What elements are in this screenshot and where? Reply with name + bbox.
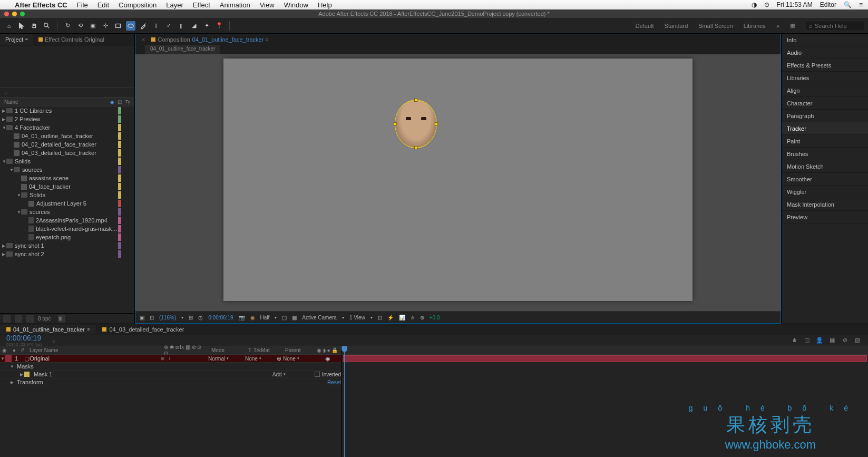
twirl-icon[interactable]: ▼ [2, 159, 6, 164]
timeline-icon[interactable]: 📊 [399, 315, 405, 320]
workspace-libraries[interactable]: Libraries [744, 23, 766, 29]
rectangle-tool[interactable] [113, 21, 123, 31]
mask-handle-bottom[interactable] [414, 146, 417, 149]
layer-name[interactable]: Original [30, 355, 50, 362]
motion-blur-icon[interactable]: ⊘ [841, 336, 849, 345]
tag-column-icon[interactable]: ◆ [110, 99, 114, 105]
masks-group-row[interactable]: ▼ Masks [0, 363, 341, 371]
color-tag[interactable] [118, 234, 121, 241]
composition-canvas[interactable] [223, 59, 693, 301]
type-tool[interactable]: T [151, 21, 161, 31]
magnification-icon[interactable]: ⊡ [150, 315, 154, 320]
color-tag[interactable] [118, 115, 121, 123]
mask-twirl-icon[interactable]: ▶ [19, 372, 24, 377]
project-item[interactable]: ▶2 Preview [0, 115, 134, 123]
panel-paint[interactable]: Paint [782, 135, 868, 148]
panel-motion-sketch[interactable]: Motion Sketch [782, 160, 868, 173]
project-item[interactable]: 04_face_tracker [0, 182, 134, 191]
color-tag[interactable] [118, 191, 121, 199]
resolution-dropdown[interactable]: Half [260, 315, 270, 320]
current-timecode[interactable]: 0:00:06:19 [6, 334, 42, 342]
camera-tool[interactable]: ▣ [88, 21, 97, 31]
ellipse-tool[interactable] [126, 21, 135, 31]
project-item[interactable]: ▼Solids [0, 191, 134, 199]
brush-tool[interactable]: ✓ [164, 21, 173, 31]
menu-composition[interactable]: Composition [119, 1, 157, 9]
eraser-tool[interactable]: ◢ [189, 21, 199, 31]
workspace-standard[interactable]: Standard [665, 23, 688, 29]
zoom-tool[interactable] [42, 21, 52, 31]
mask-shape[interactable] [395, 100, 437, 148]
editor-menu[interactable]: Editor [820, 1, 836, 8]
color-tag[interactable] [118, 124, 121, 131]
panel-wiggler[interactable]: Wiggler [782, 186, 868, 198]
puppet-tool[interactable]: 📍 [214, 21, 224, 31]
project-item[interactable]: Adjustment Layer 5 [0, 199, 134, 208]
maximize-window-button[interactable] [20, 12, 25, 16]
twirl-icon[interactable]: ▶ [2, 244, 6, 248]
panel-effects-presets[interactable]: Effects & Presets [782, 59, 868, 72]
graph-editor-button[interactable]: ▧ [853, 336, 862, 345]
toggle-viewer-lock-icon[interactable]: × [142, 36, 145, 43]
help-search-input[interactable] [815, 23, 857, 29]
color-tag[interactable] [118, 149, 121, 157]
project-item[interactable]: ▼sources [0, 166, 134, 174]
color-tag[interactable] [118, 250, 121, 258]
project-item[interactable]: 04_03_detailed_face_tracker [0, 149, 134, 157]
project-item[interactable]: 2AssassinsParis_1920.mp4 [0, 216, 134, 225]
twirl-icon[interactable]: ▼ [2, 125, 6, 130]
help-search[interactable]: ⌕ [806, 22, 864, 30]
clone-tool[interactable]: ⫿ [177, 21, 186, 31]
project-item[interactable]: ▶sync shot 1 [0, 241, 134, 250]
app-menu[interactable]: After Effects CC [15, 1, 67, 9]
color-tag[interactable] [118, 183, 121, 190]
mask-handle-left[interactable] [394, 122, 397, 125]
workspace-default[interactable]: Default [636, 23, 654, 29]
home-button[interactable]: ⌂ [4, 21, 14, 31]
color-tag[interactable] [118, 217, 121, 224]
channel-icon[interactable]: ◉ [250, 315, 255, 320]
mask-handle-right[interactable] [435, 122, 438, 125]
pixel-aspect-icon[interactable]: ⊡ [378, 315, 382, 320]
transform-group-row[interactable]: ▶ Transform Reset [0, 378, 341, 386]
new-comp-button[interactable] [26, 315, 34, 323]
timeline-graph[interactable] [342, 346, 868, 457]
twirl-icon[interactable]: ▼ [9, 168, 14, 172]
menu-window[interactable]: Window [284, 1, 308, 9]
viewer-timecode[interactable]: 0:00:06:19 [208, 315, 233, 320]
twirl-icon[interactable]: ▶ [2, 252, 6, 257]
roi-icon[interactable]: ▢ [282, 315, 287, 320]
twirl-icon[interactable]: ▼ [17, 210, 21, 215]
comp-flowchart-icon[interactable]: ⋔ [411, 315, 415, 320]
timeline-search-icon[interactable]: ⌕ [52, 337, 56, 344]
transform-reset-link[interactable]: Reset [327, 380, 341, 385]
composition-name-link[interactable]: 04_01_outline_face_tracker [192, 36, 264, 43]
project-item[interactable]: 04_01_outline_face_tracker [0, 132, 134, 140]
delete-button[interactable]: 🗑 [58, 315, 65, 323]
panel-brushes[interactable]: Brushes [782, 148, 868, 160]
exposure-value[interactable]: +0.0 [430, 315, 440, 320]
panel-character[interactable]: Character [782, 97, 868, 110]
color-tag[interactable] [118, 225, 121, 232]
project-item[interactable]: 04_02_detailed_face_tracker [0, 140, 134, 149]
twirl-icon[interactable]: ▼ [17, 193, 21, 198]
fast-previews-icon[interactable]: ⚡ [387, 315, 394, 320]
color-tag[interactable] [118, 141, 121, 148]
workspace-small-screen[interactable]: Small Screen [698, 23, 733, 29]
color-tag[interactable] [118, 158, 121, 165]
search-icon[interactable]: 🔍 [844, 1, 852, 8]
color-tag[interactable] [118, 242, 121, 249]
layer-duration-bar[interactable] [343, 355, 867, 362]
name-column-header[interactable]: Name [4, 99, 110, 105]
status-icon[interactable]: ◑ [752, 1, 757, 8]
project-item[interactable]: ▶1 CC Libraries [0, 106, 134, 115]
clock[interactable]: Fri 11:53 AM [777, 1, 813, 8]
selection-tool[interactable] [17, 21, 26, 31]
color-tag[interactable] [118, 166, 121, 173]
menu-layer[interactable]: Layer [166, 1, 183, 9]
camera-dropdown[interactable]: Active Camera [302, 315, 337, 320]
panel-audio[interactable]: Audio [782, 46, 868, 59]
comp-mini-flowchart-icon[interactable]: ⋔ [790, 336, 798, 345]
panel-libraries[interactable]: Libraries [782, 72, 868, 84]
timeline-tab[interactable]: 04_03_detailed_face_tracker [96, 325, 190, 334]
